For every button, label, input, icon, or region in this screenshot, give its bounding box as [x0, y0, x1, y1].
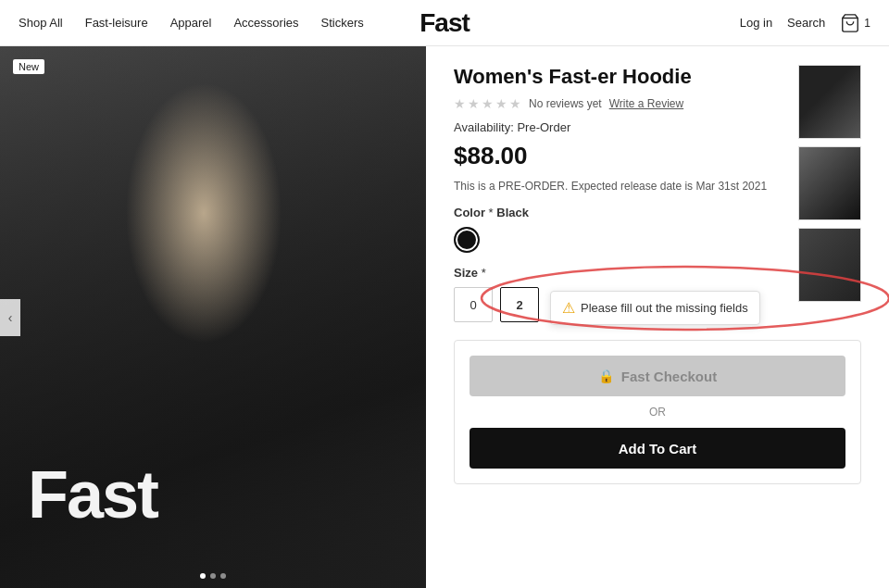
image-dots: [200, 573, 226, 579]
add-to-cart-button[interactable]: Add To Cart: [470, 428, 845, 469]
color-swatch-black[interactable]: [454, 227, 480, 253]
write-review-link[interactable]: Write a Review: [609, 97, 683, 110]
main-content: New Fast ‹ Women's Fast-er Hoodie ★ ★ ★: [0, 46, 889, 588]
size-section: 0 2 ⚠ Please fill out the missing fields: [454, 287, 861, 325]
size-btn-2[interactable]: 2: [500, 287, 539, 322]
nav-links: Shop All Fast-leisure Apparel Accessorie…: [19, 16, 364, 30]
nav-accessories[interactable]: Accessories: [233, 16, 298, 30]
size-btn-0[interactable]: 0: [454, 287, 493, 322]
nav-stickers[interactable]: Stickers: [321, 16, 364, 30]
product-image-bg: Fast: [0, 46, 426, 588]
product-image-area: New Fast ‹: [0, 46, 426, 588]
dot-3[interactable]: [220, 573, 226, 579]
new-badge: New: [13, 59, 44, 74]
login-link[interactable]: Log in: [740, 16, 772, 30]
no-reviews-label: No reviews yet: [529, 97, 602, 110]
star-3: ★: [482, 96, 494, 111]
search-link[interactable]: Search: [787, 16, 825, 30]
or-divider: OR: [470, 406, 845, 419]
color-label-text: Color: [454, 206, 485, 219]
size-buttons: 0 2 ⚠ Please fill out the missing fields: [454, 287, 780, 325]
star-1: ★: [454, 96, 466, 111]
availability-label: Availability:: [454, 120, 514, 134]
product-image-text: Fast: [28, 457, 157, 532]
dot-2[interactable]: [210, 573, 216, 579]
lock-icon: 🔒: [598, 369, 614, 383]
nav-apparel[interactable]: Apparel: [170, 16, 212, 30]
site-logo[interactable]: Fast: [419, 8, 470, 38]
dot-1[interactable]: [200, 573, 206, 579]
thumbnail-2[interactable]: [798, 146, 861, 220]
availability-status: Pre-Order: [517, 120, 570, 134]
nav-actions: Log in Search 1: [740, 13, 870, 33]
thumbnail-list: [798, 65, 861, 302]
star-rating: ★ ★ ★ ★ ★: [454, 96, 521, 111]
color-value-text: Black: [496, 206, 529, 219]
thumbnail-1[interactable]: [798, 65, 861, 139]
cart-count: 1: [864, 17, 870, 30]
error-message: Please fill out the missing fields: [581, 301, 748, 315]
prev-arrow[interactable]: ‹: [0, 299, 20, 336]
star-5: ★: [509, 96, 521, 111]
cart-icon: [840, 13, 860, 33]
size-label-text: Size: [454, 266, 478, 280]
cart-button[interactable]: 1: [840, 13, 870, 33]
navigation: Shop All Fast-leisure Apparel Accessorie…: [0, 0, 889, 46]
star-4: ★: [495, 96, 507, 111]
color-swatches: [454, 227, 780, 253]
checkout-box: 🔒 Fast Checkout OR Add To Cart: [454, 340, 861, 484]
fast-checkout-label: Fast Checkout: [621, 369, 717, 384]
star-2: ★: [468, 96, 480, 111]
reviews-row: ★ ★ ★ ★ ★ No reviews yet Write a Review: [454, 96, 780, 111]
nav-shop-all[interactable]: Shop All: [19, 16, 63, 30]
warning-icon: ⚠: [562, 299, 575, 317]
product-details: Women's Fast-er Hoodie ★ ★ ★ ★ ★ No revi…: [426, 46, 889, 588]
error-tooltip: ⚠ Please fill out the missing fields: [550, 291, 760, 325]
nav-fast-leisure[interactable]: Fast-leisure: [85, 16, 148, 30]
fast-checkout-button[interactable]: 🔒 Fast Checkout: [470, 356, 845, 396]
